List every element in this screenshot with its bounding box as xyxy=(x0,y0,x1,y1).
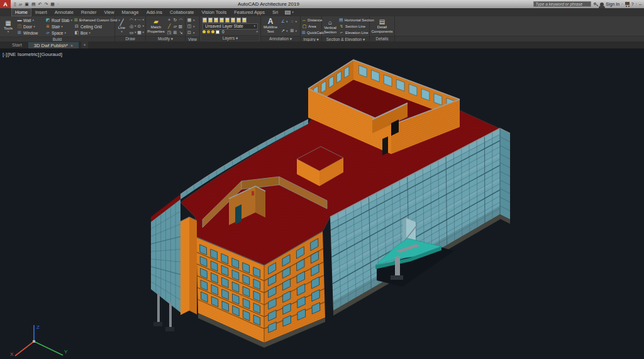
detail-components-button[interactable]: ▤ Detail Components xyxy=(371,17,393,35)
viewport-style-menu[interactable]: [Gouraud] xyxy=(40,52,62,57)
area-button[interactable]: ▢Area xyxy=(302,23,320,30)
help-icon[interactable]: ? xyxy=(631,2,634,6)
tab-start[interactable]: Start xyxy=(6,41,28,48)
tab-render[interactable]: Render xyxy=(77,8,101,16)
layer-state-dropdown[interactable]: Unsaved Layer State▾ xyxy=(203,23,258,30)
tab-view[interactable]: View xyxy=(100,8,118,16)
leader-tool[interactable]: ↗▾ xyxy=(280,28,289,34)
match-properties-button[interactable]: ▰ Match Properties xyxy=(147,17,165,35)
plot-icon[interactable]: ▤ xyxy=(31,0,36,8)
tools-button[interactable]: ▦ Tools ▾ xyxy=(1,17,15,36)
copy-tool[interactable]: ▱ xyxy=(172,23,177,29)
redo-icon[interactable]: ↷ xyxy=(44,0,48,8)
arc-tool[interactable]: ◠▾ xyxy=(129,17,136,23)
distance-button[interactable]: ↔Distance xyxy=(302,17,320,23)
layer-color-swatch[interactable] xyxy=(216,30,219,34)
tab-vision-tools[interactable]: Vision Tools xyxy=(197,8,230,16)
tab-annotate[interactable]: Annotate xyxy=(51,8,77,16)
quickcalc-button[interactable]: ⊞QuickCalc xyxy=(302,30,320,36)
trim-tool[interactable]: ◠ xyxy=(179,17,184,23)
panel-label-draw[interactable]: Draw xyxy=(115,36,145,41)
new-drawing-tab-button[interactable]: + xyxy=(81,41,88,48)
ceiling-grid-button[interactable]: ⊟Ceiling Grid xyxy=(74,23,113,30)
layer-tool-icon[interactable] xyxy=(203,18,207,23)
qat-dropdown-icon[interactable]: ▾ xyxy=(57,3,59,6)
tab-collaborate[interactable]: Collaborate xyxy=(166,8,197,16)
view-tool-3[interactable]: ⊡▾ xyxy=(187,30,198,36)
tab-home[interactable]: Home xyxy=(11,8,31,16)
current-layer-dropdown[interactable]: 0 xyxy=(221,30,255,34)
roof-slab-button[interactable]: ◩Roof Slab▾ xyxy=(45,17,72,23)
dimension-tool[interactable]: ∠▾ xyxy=(280,19,289,25)
media-tab-icon[interactable]: ▾ xyxy=(282,8,297,16)
hatch-tool[interactable]: ▦▾ xyxy=(137,30,145,35)
rectangle-tool[interactable]: ▭▾ xyxy=(129,30,136,35)
tab-sri[interactable]: Sri xyxy=(269,8,282,16)
layer-tool-icon[interactable] xyxy=(242,18,247,23)
move-tool[interactable]: + xyxy=(167,17,172,23)
layer-freeze-icon[interactable] xyxy=(207,30,210,33)
panel-label-build[interactable]: Build xyxy=(0,36,114,41)
panel-label-modify[interactable]: Modify ▾ xyxy=(146,36,185,41)
vertical-section-button[interactable]: ⌂ Vertical Section xyxy=(323,17,337,36)
array-tool[interactable]: ⊞ xyxy=(172,30,177,35)
fillet-tool[interactable]: ◳ xyxy=(167,30,172,35)
horizontal-section-button[interactable]: ▤Horizontal Section xyxy=(339,17,369,23)
sign-in-button[interactable]: Sign In xyxy=(606,2,619,6)
view-tool-1[interactable]: ▦▾ xyxy=(187,17,198,23)
viewport-controls-menu[interactable]: [-] xyxy=(3,52,7,57)
panel-label-section-elevation[interactable]: Section & Elevation ▾ xyxy=(322,36,369,41)
close-tab-icon[interactable]: × xyxy=(70,43,73,48)
tab-manage[interactable]: Manage xyxy=(118,8,143,16)
enhanced-custom-grid-button[interactable]: ⊞Enhanced Custom Grid▾ xyxy=(74,17,113,23)
panel-label-annotation[interactable]: Annotation ▾ xyxy=(261,36,300,41)
tab-add-ins[interactable]: Add-ins xyxy=(143,8,166,16)
layer-tool-icon[interactable] xyxy=(214,18,218,23)
minimize-icon[interactable]: – xyxy=(639,2,641,6)
save-icon[interactable]: ▣ xyxy=(25,0,29,8)
undo-icon[interactable]: ↶ xyxy=(38,0,42,8)
tab-3d-dwf-publish[interactable]: 3D Dwf Publish* × xyxy=(28,41,79,48)
multiline-text-button[interactable]: A Multiline Text xyxy=(262,17,279,35)
help-dropdown-icon[interactable]: ▾ xyxy=(636,3,638,6)
elevation-line-button[interactable]: ⌐Elevation Line xyxy=(339,30,369,36)
panel-label-details[interactable]: Details xyxy=(370,36,394,41)
line-button[interactable]: ╱ Line ▾ xyxy=(116,17,127,35)
search-icon[interactable] xyxy=(593,2,598,7)
mirror-tool[interactable]: ▥ xyxy=(179,23,184,29)
autodesk-logo-icon[interactable]: A xyxy=(0,0,11,8)
layer-lock-icon[interactable] xyxy=(211,30,214,33)
layer-tool-icon[interactable] xyxy=(225,18,230,23)
space-button[interactable]: ▱Space▾ xyxy=(45,30,72,36)
panel-label-view[interactable]: View xyxy=(186,36,199,41)
new-file-icon[interactable]: ▯ xyxy=(14,0,16,8)
layer-tool-icon[interactable] xyxy=(236,18,241,23)
section-line-button[interactable]: ↯Section Line xyxy=(339,23,369,30)
layer-tool-icon[interactable] xyxy=(231,18,235,23)
layer-tool-icon[interactable] xyxy=(219,18,224,23)
ellipse-tool[interactable]: ⊙▾ xyxy=(137,23,145,29)
wall-button[interactable]: ▬Wall▾ xyxy=(17,17,43,23)
panel-label-layers[interactable]: Layers ▾ xyxy=(201,35,259,41)
rotate-tool[interactable]: ↻ xyxy=(172,17,177,23)
stair-button[interactable]: ≣Stair▾ xyxy=(45,23,72,30)
point-tool[interactable]: ⋯▾ xyxy=(137,17,145,23)
panel-label-inquiry[interactable]: Inquiry ▾ xyxy=(301,36,321,41)
revision-cloud-tool[interactable]: ◌▾ xyxy=(290,19,299,25)
search-input[interactable]: Type a keyword or phrase xyxy=(533,1,591,7)
tab-insert[interactable]: Insert xyxy=(31,8,51,16)
tab-featured-apps[interactable]: Featured Apps xyxy=(230,8,269,16)
workspace-icon[interactable]: ▦ xyxy=(50,0,55,8)
table-tool[interactable]: ⊞▾ xyxy=(290,28,299,34)
window-button[interactable]: ⊞Window xyxy=(17,30,43,36)
circle-tool[interactable]: ◎▾ xyxy=(129,23,136,29)
door-button[interactable]: ◫Door▾ xyxy=(17,23,43,30)
erase-tool[interactable]: ╱ xyxy=(167,23,172,29)
layer-on-icon[interactable] xyxy=(203,30,206,33)
view-tool-2[interactable]: ◫▾ xyxy=(187,23,198,30)
stretch-tool[interactable]: ↘ xyxy=(179,30,184,35)
open-file-icon[interactable]: ▱ xyxy=(19,0,22,8)
app-store-icon[interactable] xyxy=(625,2,630,5)
viewport-canvas[interactable]: [-] [NE Isometric] [Gouraud] xyxy=(0,49,644,359)
box-button[interactable]: ◧Box▾ xyxy=(74,30,113,36)
